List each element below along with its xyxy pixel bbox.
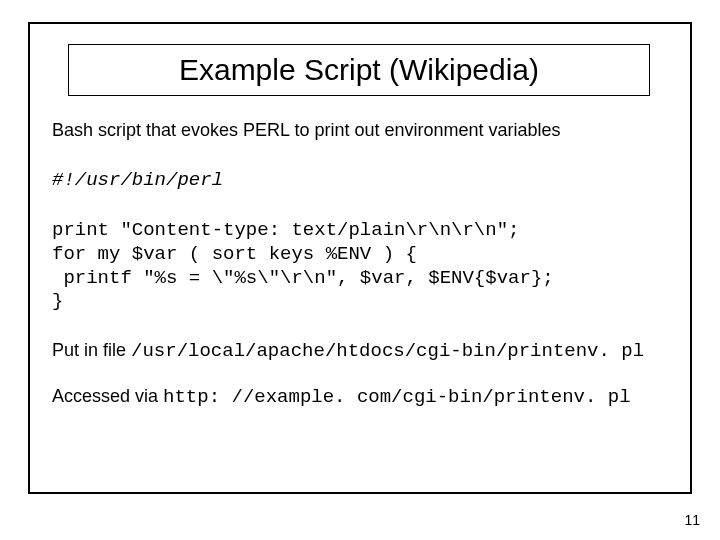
file-path: /usr/local/apache/htdocs/cgi-bin/printen…	[131, 340, 644, 362]
page-number: 11	[684, 512, 700, 528]
slide-frame: Example Script (Wikipedia) Bash script t…	[28, 22, 692, 494]
intro-text: Bash script that evokes PERL to print ou…	[52, 120, 672, 141]
code-block: print "Content-type: text/plain\r\n\r\n"…	[52, 219, 672, 314]
accessed-line: Accessed via http: //example. com/cgi-bi…	[52, 386, 672, 408]
shebang-line: #!/usr/bin/perl	[52, 169, 672, 191]
accessed-url: http: //example. com/cgi-bin/printenv. p…	[163, 386, 630, 408]
slide-title: Example Script (Wikipedia)	[179, 53, 539, 87]
title-box: Example Script (Wikipedia)	[68, 44, 650, 96]
accessed-prefix: Accessed via	[52, 386, 163, 406]
slide-content: Bash script that evokes PERL to print ou…	[52, 120, 672, 408]
putin-prefix: Put in file	[52, 340, 131, 360]
file-path-line: Put in file /usr/local/apache/htdocs/cgi…	[52, 340, 672, 362]
